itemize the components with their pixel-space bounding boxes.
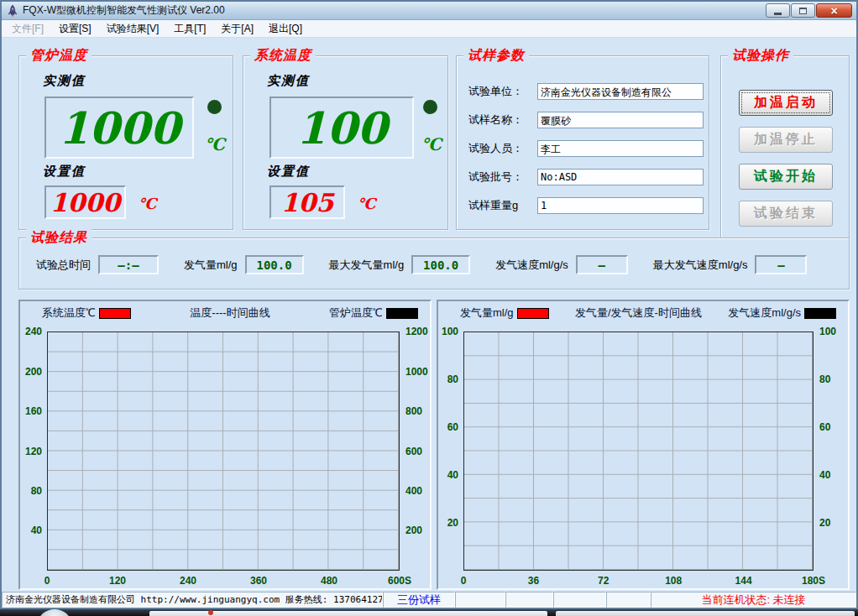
gas-chart-plot [463, 331, 814, 571]
batch-no-field[interactable]: No:ASD [537, 169, 704, 185]
menu-about[interactable]: 关于[A] [213, 19, 261, 39]
legend-swatch-black-icon [804, 308, 836, 319]
y-tick: 80 [31, 485, 42, 497]
total-time-label: 试验总时间 [36, 258, 91, 273]
gas-time-chart: 发气量ml/g 发气量/发气速度-时间曲线 发气速度ml/g/s 100 80 … [437, 300, 850, 590]
statusbar-empty-segment [606, 592, 651, 608]
system-set-label: 设置值 [267, 164, 310, 180]
y-tick: 600 [405, 446, 422, 457]
minimize-button[interactable] [766, 3, 790, 18]
menu-test-results[interactable]: 试验结果[V] [99, 19, 167, 39]
y-tick: 100 [819, 326, 836, 337]
furnace-set-display: 1000 [44, 185, 126, 219]
gas-chart-title: 发气量/发气速度-时间曲线 [575, 305, 702, 321]
maximize-icon [799, 8, 807, 14]
sample-name-label: 试样名称： [468, 112, 537, 128]
furnace-status-indicator [207, 100, 222, 114]
x-tick: 0 [461, 575, 467, 587]
minimize-icon [774, 13, 782, 15]
legend-swatch-black-icon [386, 308, 418, 319]
gas-rate-value: — [576, 255, 628, 274]
total-time-value: —:— [98, 255, 159, 274]
gas-chart-yaxis-right: 100 80 60 40 20 [817, 331, 845, 571]
operations-group: 试验操作 加温启动 加温停止 试验开始 试验结束 [720, 55, 850, 238]
system-temp-series-label: 系统温度℃ [42, 305, 96, 321]
temp-chart-yaxis-left: 240 200 160 120 80 40 [20, 331, 44, 571]
x-tick: 120 [109, 575, 126, 587]
app-icon [6, 4, 19, 18]
gas-volume-label: 发气量ml/g [184, 258, 238, 273]
system-temp-title: 系统温度 [250, 47, 316, 65]
y-tick: 40 [819, 469, 830, 481]
heat-start-button[interactable]: 加温启动 [739, 90, 833, 116]
furnace-set-unit: ℃ [139, 195, 157, 212]
taskbar-app-icon [208, 610, 213, 615]
heat-stop-button[interactable]: 加温停止 [739, 127, 833, 153]
menu-exit[interactable]: 退出[Q] [261, 19, 310, 39]
batch-no-label: 试验批号： [468, 170, 537, 185]
temp-chart-legend-left: 系统温度℃ [42, 305, 131, 321]
start-orb-icon[interactable] [39, 609, 71, 616]
sample-name-field[interactable]: 覆膜砂 [537, 112, 704, 128]
y-tick: 1000 [405, 366, 428, 378]
test-unit-field[interactable]: 济南金光仪器设备制造有限公 [537, 83, 704, 100]
menu-tools[interactable]: 工具[T] [166, 19, 213, 39]
test-end-button[interactable]: 试验结束 [739, 201, 833, 227]
x-tick: 180S [802, 575, 825, 587]
system-status-indicator [423, 100, 437, 114]
legend-swatch-red-icon [99, 308, 131, 319]
x-tick: 240 [180, 575, 196, 587]
client-area: 管炉温度 实测值 1000 ℃ 设置值 1000 ℃ 系统温度 实测值 100 … [2, 38, 856, 608]
system-set-display: 105 [269, 185, 345, 219]
y-tick: 80 [447, 373, 458, 385]
windows-taskbar[interactable] [0, 609, 858, 616]
y-tick: 200 [405, 525, 422, 536]
system-measured-unit: ℃ [421, 134, 442, 154]
temp-time-chart: 系统温度℃ 温度----时间曲线 管炉温度℃ 240 200 160 120 8… [18, 300, 432, 590]
statusbar-empty-segment [455, 592, 505, 608]
furnace-temp-title: 管炉温度 [26, 47, 92, 65]
y-tick: 1200 [405, 326, 428, 337]
y-tick: 80 [819, 373, 830, 385]
menubar: 文件[F] 设置[S] 试验结果[V] 工具[T] 关于[A] 退出[Q] [2, 20, 856, 38]
close-button[interactable]: × [816, 3, 852, 18]
temp-chart-xaxis: 0 120 240 360 480 600S [47, 575, 400, 588]
system-measured-display: 100 [269, 97, 414, 159]
maximize-button[interactable] [791, 3, 815, 18]
statusbar-connection-status: 当前连机状态: 未连接 [651, 592, 856, 608]
furnace-measured-unit: ℃ [205, 134, 225, 154]
temp-chart-title: 温度----时间曲线 [190, 305, 269, 321]
test-start-button[interactable]: 试验开始 [739, 164, 833, 190]
x-tick: 72 [598, 575, 609, 587]
x-tick: 480 [321, 575, 337, 587]
menu-settings[interactable]: 设置[S] [51, 19, 99, 39]
furnace-set-label: 设置值 [43, 164, 86, 180]
y-tick: 200 [25, 366, 42, 378]
y-tick: 40 [447, 469, 458, 481]
menu-file[interactable]: 文件[F] [4, 19, 51, 39]
x-tick: 360 [250, 575, 267, 587]
titlebar: FQX-W型微机控制智能发气性测试仪 Ver2.00 × [2, 2, 856, 20]
window-title: FQX-W型微机控制智能发气性测试仪 Ver2.00 [23, 3, 225, 18]
y-tick: 800 [405, 405, 422, 417]
system-set-unit: ℃ [358, 195, 376, 212]
gas-rate-series-label: 发气速度ml/g/s [728, 305, 801, 321]
results-title: 试验结果 [26, 229, 92, 247]
sample-weight-label: 试样重量g [468, 198, 537, 213]
y-tick: 240 [25, 326, 42, 337]
statusbar-empty-segment [553, 592, 606, 608]
operator-field[interactable]: 李工 [537, 140, 704, 157]
system-measured-label: 实测值 [267, 73, 310, 89]
furnace-temp-group: 管炉温度 实测值 1000 ℃ 设置值 1000 ℃ [18, 55, 233, 230]
sample-weight-field[interactable]: 1 [537, 197, 704, 214]
y-tick: 40 [31, 525, 42, 536]
y-tick: 120 [25, 446, 42, 457]
operator-label: 试验人员： [468, 141, 537, 156]
close-icon: × [830, 5, 837, 17]
max-gas-volume-value: 100.0 [411, 255, 470, 274]
taskbar-button[interactable] [556, 611, 855, 616]
legend-swatch-red-icon [517, 308, 549, 319]
gas-volume-series-label: 发气量ml/g [460, 305, 514, 321]
x-tick: 144 [735, 575, 752, 587]
y-tick: 160 [25, 405, 42, 417]
